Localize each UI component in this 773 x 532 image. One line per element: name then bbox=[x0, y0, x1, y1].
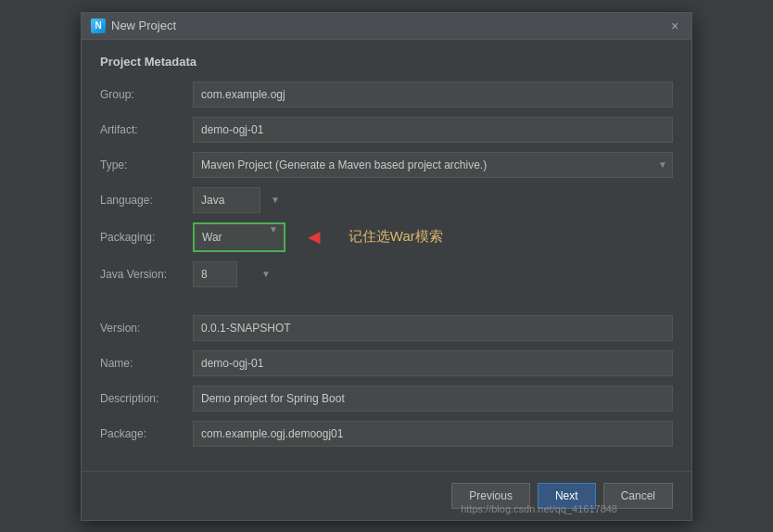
java-version-select[interactable]: 8 11 17 bbox=[193, 261, 237, 287]
description-label: Description: bbox=[100, 392, 193, 405]
package-label: Package: bbox=[100, 427, 193, 440]
package-input[interactable] bbox=[193, 421, 673, 447]
java-version-select-arrow-icon: ▼ bbox=[261, 269, 271, 279]
language-select-wrapper: Java Kotlin Groovy ▼ bbox=[193, 187, 285, 213]
red-arrow-icon: ◄ bbox=[304, 227, 324, 247]
version-input[interactable] bbox=[193, 315, 673, 341]
type-select-wrapper: Maven Project (Generate a Maven based pr… bbox=[193, 152, 673, 178]
name-input[interactable] bbox=[193, 350, 673, 376]
annotation-text: 记住选War模索 bbox=[348, 228, 443, 246]
package-row: Package: bbox=[100, 421, 673, 447]
java-version-label: Java Version: bbox=[100, 268, 193, 281]
packaging-select-wrapper: Jar War ▼ bbox=[193, 222, 285, 252]
dialog-content: Project Metadata Group: Artifact: Type: … bbox=[82, 40, 691, 471]
app-icon: N bbox=[91, 19, 106, 33]
type-select[interactable]: Maven Project (Generate a Maven based pr… bbox=[193, 152, 673, 178]
watermark-text: https://blog.csdn.net/qq_41617848 bbox=[461, 503, 617, 514]
packaging-label: Packaging: bbox=[100, 231, 193, 244]
dialog-title: New Project bbox=[111, 19, 176, 32]
name-row: Name: bbox=[100, 350, 673, 376]
artifact-input[interactable] bbox=[193, 117, 673, 143]
language-label: Language: bbox=[100, 194, 193, 207]
title-bar-left: N New Project bbox=[91, 19, 176, 33]
group-row: Group: bbox=[100, 82, 673, 108]
language-row: Language: Java Kotlin Groovy ▼ bbox=[100, 187, 673, 213]
description-row: Description: bbox=[100, 386, 673, 412]
artifact-label: Artifact: bbox=[100, 123, 193, 136]
section-title: Project Metadata bbox=[100, 55, 673, 69]
packaging-row: Packaging: Jar War ▼ ◄ 记住选War模索 bbox=[100, 222, 673, 252]
type-label: Type: bbox=[100, 158, 193, 171]
java-version-row: Java Version: 8 11 17 ▼ bbox=[100, 261, 673, 287]
java-version-select-wrapper: 8 11 17 ▼ bbox=[193, 261, 276, 287]
packaging-select[interactable]: Jar War bbox=[195, 224, 284, 250]
version-label: Version: bbox=[100, 322, 193, 335]
dialog-footer: Previous Next Cancel https://blog.csdn.n… bbox=[82, 471, 691, 520]
language-select[interactable]: Java Kotlin Groovy bbox=[193, 187, 260, 213]
group-input[interactable] bbox=[193, 82, 673, 108]
artifact-row: Artifact: bbox=[100, 117, 673, 143]
group-label: Group: bbox=[100, 88, 193, 101]
type-row: Type: Maven Project (Generate a Maven ba… bbox=[100, 152, 673, 178]
name-label: Name: bbox=[100, 357, 193, 370]
language-select-arrow-icon: ▼ bbox=[271, 195, 280, 205]
version-row: Version: bbox=[100, 315, 673, 341]
new-project-dialog: N New Project × Project Metadata Group: … bbox=[81, 12, 692, 521]
close-button[interactable]: × bbox=[667, 19, 682, 33]
packaging-annotation: ◄ 记住选War模索 bbox=[304, 227, 443, 247]
description-input[interactable] bbox=[193, 386, 673, 412]
title-bar: N New Project × bbox=[82, 13, 691, 40]
